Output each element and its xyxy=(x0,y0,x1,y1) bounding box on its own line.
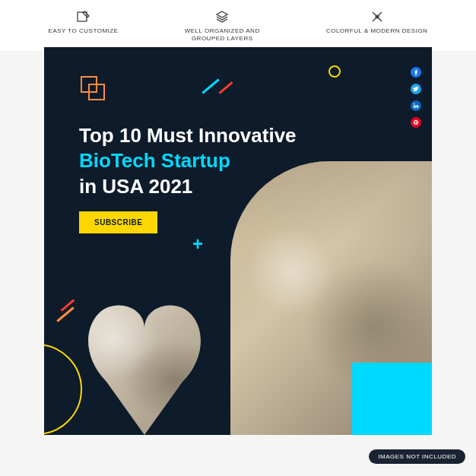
headline-line1: Top 10 Must Innovative xyxy=(79,123,297,148)
facebook-icon[interactable] xyxy=(411,67,421,78)
feature-row: EASY TO CUSTOMIZE WELL ORGANIZED AND GRO… xyxy=(0,0,476,51)
decoration-circle xyxy=(328,65,341,78)
svg-point-3 xyxy=(414,103,415,105)
decoration-cyan-block xyxy=(352,363,432,435)
svg-rect-2 xyxy=(414,105,415,108)
svg-rect-0 xyxy=(78,12,87,21)
promo-card: + Top 10 Must Innovative BioTech Startup… xyxy=(44,47,432,435)
layers-icon xyxy=(214,9,230,24)
feature-label: WELL ORGANIZED AND GROUPED LAYERS xyxy=(185,27,260,42)
feature-label: EASY TO CUSTOMIZE xyxy=(49,27,119,35)
linkedin-icon[interactable] xyxy=(411,100,421,111)
decoration-plus: + xyxy=(192,233,203,255)
feature-design: COLORFUL & MODERN DESIGN xyxy=(326,9,428,42)
feature-layers: WELL ORGANIZED AND GROUPED LAYERS xyxy=(185,9,260,42)
office-image-heart xyxy=(68,298,221,435)
decoration-line xyxy=(202,78,219,94)
pinterest-icon[interactable] xyxy=(411,117,421,128)
headline-line2: BioTech Startup xyxy=(79,148,297,173)
feature-customize: EASY TO CUSTOMIZE xyxy=(49,9,119,42)
social-icons xyxy=(411,67,421,128)
feature-label: COLORFUL & MODERN DESIGN xyxy=(326,27,428,35)
subscribe-button[interactable]: SUBSCRIBE xyxy=(79,211,157,233)
ruler-pencil-icon xyxy=(370,9,385,24)
pencil-square-icon xyxy=(76,9,91,24)
decoration-line xyxy=(219,81,233,94)
twitter-icon[interactable] xyxy=(411,84,421,94)
disclaimer-badge: IMAGES NOT INCLUDED xyxy=(369,449,465,464)
